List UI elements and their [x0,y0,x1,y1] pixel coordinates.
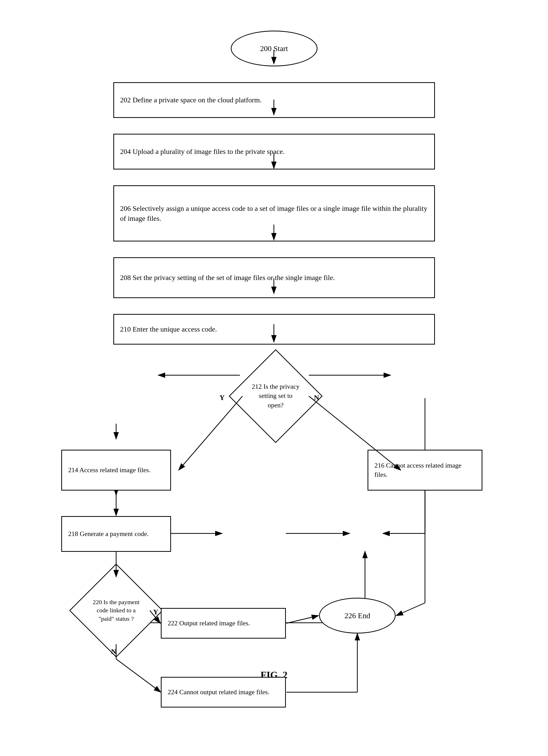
n-label-220: N [111,648,116,656]
node-224-label: 224 Cannot output related image files. [168,688,270,697]
node-222: 222 Output related image files. [161,608,286,639]
node-202-label: 202 Define a private space on the cloud … [120,95,262,105]
node-214: 214 Access related image files. [61,450,171,491]
node-226: 226 End [319,598,396,633]
svg-line-26 [286,616,319,623]
node-224: 224 Cannot output related image files. [161,677,286,708]
node-206: 206 Selectively assign a unique access c… [113,185,435,241]
start-node: 200 Start [231,31,318,66]
node-204: 204 Upload a plurality of image files to… [113,134,435,169]
y-label-220: Y [153,608,158,616]
node-220-label: 220 Is the payment code linked to a "pai… [93,598,140,623]
node-226-label: 226 End [345,610,370,621]
node-210: 210 Enter the unique access code. [113,314,435,345]
y-label-212: Y [220,394,225,402]
node-204-label: 204 Upload a plurality of image files to… [120,147,285,156]
flowchart: 200 Start 202 Define a private space on … [0,0,548,711]
node-212-diamond: 212 Is the privacy setting set to open? [242,363,309,429]
node-222-label: 222 Output related image files. [168,619,250,628]
node-220-diamond: 220 Is the payment code linked to a "pai… [83,577,149,644]
node-216: 216 Cannot access related image files. [368,450,482,491]
node-208: 208 Set the privacy setting of the set o… [113,257,435,298]
node-218: 218 Generate a payment code. [61,516,171,552]
n-label-212: N [314,394,319,402]
node-216-label: 216 Cannot access related image files. [374,461,476,480]
node-212-label: 212 Is the privacy setting set to open? [251,382,300,410]
node-214-label: 214 Access related image files. [68,466,151,475]
node-208-label: 208 Set the privacy setting of the set o… [120,273,335,283]
start-label: 200 Start [260,43,288,54]
node-202: 202 Define a private space on the cloud … [113,82,435,118]
svg-line-30 [116,659,161,692]
svg-line-28 [396,603,425,616]
node-206-label: 206 Selectively assign a unique access c… [120,203,428,223]
svg-line-21 [179,396,242,470]
node-210-label: 210 Enter the unique access code. [120,324,217,334]
node-218-label: 218 Generate a payment code. [68,529,149,539]
